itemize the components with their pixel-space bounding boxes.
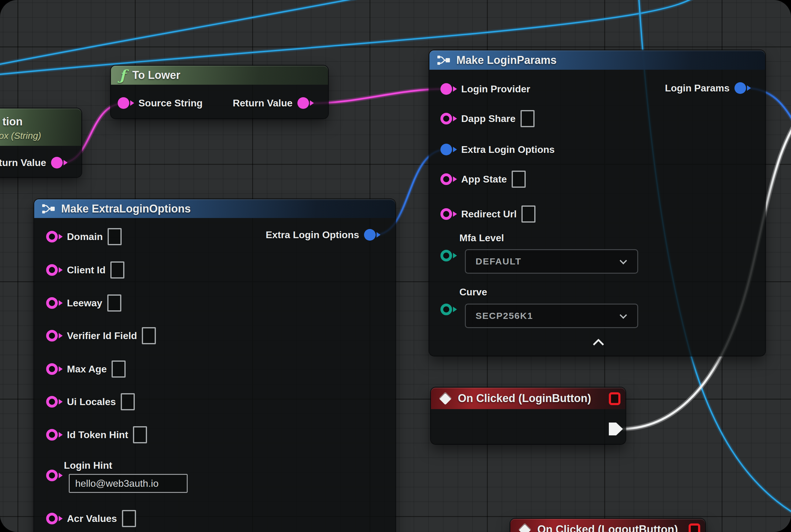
client-id-input-pin[interactable] xyxy=(46,264,62,276)
mfa-level-label: Mfa Level xyxy=(459,232,504,244)
login-hint-input[interactable] xyxy=(69,474,188,493)
node-partial-function[interactable]: tion ox (String) Return Value xyxy=(0,109,81,177)
node-on-clicked-login-button[interactable]: On Clicked (LoginButton) xyxy=(431,388,625,444)
return-value-output-pin[interactable] xyxy=(51,157,67,169)
chevron-down-icon xyxy=(619,311,627,319)
node-to-lower-header[interactable]: ƒ To Lower xyxy=(111,66,328,85)
login-hint-label: Login Hint xyxy=(64,460,112,471)
make-struct-icon xyxy=(42,203,56,215)
leeway-default-checkbox[interactable] xyxy=(107,294,121,311)
pin-row-id-token-hint: Id Token Hint xyxy=(46,425,147,444)
collapse-node-chevron-icon[interactable] xyxy=(593,339,604,350)
redirect-url-default-checkbox[interactable] xyxy=(521,206,536,223)
pin-row-ui-locales: Ui Locales xyxy=(46,393,135,411)
app-state-input-pin[interactable] xyxy=(440,173,456,185)
pin-label: Domain xyxy=(67,231,103,243)
pin-row-dapp-share: Dapp Share xyxy=(440,110,535,128)
pin-row-domain: Domain xyxy=(46,227,122,246)
curve-dropdown[interactable]: SECP256K1 xyxy=(465,304,638,328)
pin-row-return-value: Return Value xyxy=(233,94,313,112)
extra-login-options-output-pin[interactable] xyxy=(364,229,380,241)
verifier-id-field-default-checkbox[interactable] xyxy=(142,327,156,344)
verifier-id-field-input-pin[interactable] xyxy=(46,330,62,342)
node-to-lower-title: To Lower xyxy=(132,69,180,82)
pin-row-extra-login-options-out: Extra Login Options xyxy=(266,226,380,244)
pin-label: Client Id xyxy=(67,264,105,276)
mfa-level-value: DEFAULT xyxy=(466,256,620,267)
pin-label: Dapp Share xyxy=(461,113,516,125)
login-hint-input-pin[interactable] xyxy=(46,470,62,481)
pin-label: App State xyxy=(461,174,507,185)
redirect-url-input-pin[interactable] xyxy=(440,208,456,220)
node-partial-function-header[interactable]: tion ox (String) xyxy=(0,109,81,146)
widget-event-red-box-icon[interactable] xyxy=(689,524,700,532)
pin-label: Id Token Hint xyxy=(67,429,128,441)
exec-output-pin[interactable] xyxy=(609,422,623,435)
pin-row-login-params-out: Login Params xyxy=(665,79,750,97)
id-token-hint-input-pin[interactable] xyxy=(46,429,62,441)
curve-label: Curve xyxy=(459,286,487,298)
max-age-input-pin[interactable] xyxy=(46,363,62,375)
app-state-default-checkbox[interactable] xyxy=(512,171,526,188)
node-make-login-params-header[interactable]: Make LoginParams xyxy=(429,51,765,70)
domain-input-pin[interactable] xyxy=(46,231,62,243)
pin-label: Acr Values xyxy=(67,513,117,524)
source-string-input-pin[interactable] xyxy=(118,97,134,109)
pin-row-return-value-partial: Return Value xyxy=(0,153,67,172)
login-provider-input-pin[interactable] xyxy=(440,83,456,95)
blueprint-graph-canvas[interactable]: tion ox (String) Return Value ƒ To Lower… xyxy=(0,0,791,532)
node-on-clicked-logout-header[interactable]: On Clicked (LogoutButton) xyxy=(510,519,705,532)
pin-label: Leeway xyxy=(67,298,102,309)
node-on-clicked-logout-button[interactable]: On Clicked (LogoutButton) xyxy=(510,519,705,532)
ui-locales-default-checkbox[interactable] xyxy=(121,393,135,410)
mfa-level-dropdown[interactable]: DEFAULT xyxy=(465,249,638,274)
pin-row-acr-values: Acr Values xyxy=(46,509,136,528)
node-make-extra-login-options[interactable]: Make ExtraLoginOptions Domain Client Id … xyxy=(34,200,395,532)
node-on-clicked-login-header[interactable]: On Clicked (LoginButton) xyxy=(431,388,625,409)
ui-locales-input-pin[interactable] xyxy=(46,396,62,407)
function-icon: ƒ xyxy=(119,68,126,82)
node-make-extra-login-options-header[interactable]: Make ExtraLoginOptions xyxy=(34,200,395,218)
acr-values-input-pin[interactable] xyxy=(46,513,62,524)
pin-label: Login Provider xyxy=(461,83,530,95)
curve-input-pin[interactable] xyxy=(440,304,456,315)
pin-label: Extra Login Options xyxy=(461,144,555,155)
node-to-lower[interactable]: ƒ To Lower Source String Return Value xyxy=(111,66,328,118)
login-params-output-pin[interactable] xyxy=(734,82,750,94)
pin-label: Source String xyxy=(138,97,202,109)
pin-label: Verifier Id Field xyxy=(67,330,137,342)
make-struct-icon xyxy=(437,54,451,66)
node-on-clicked-logout-title: On Clicked (LogoutButton) xyxy=(537,523,678,532)
pin-row-redirect-url: Redirect Url xyxy=(440,205,536,223)
pin-label: Ui Locales xyxy=(67,396,116,407)
pin-row-max-age: Max Age xyxy=(46,360,126,378)
event-diamond-icon xyxy=(439,392,452,405)
dapp-share-input-pin[interactable] xyxy=(440,113,456,125)
client-id-default-checkbox[interactable] xyxy=(110,261,124,279)
pin-row-source-string: Source String xyxy=(118,94,202,112)
node-make-login-params[interactable]: Make LoginParams Login Provider Dapp Sha… xyxy=(429,51,765,356)
chevron-down-icon xyxy=(619,257,627,264)
pin-label: Max Age xyxy=(67,363,107,375)
leeway-input-pin[interactable] xyxy=(46,297,62,309)
id-token-hint-default-checkbox[interactable] xyxy=(133,426,147,443)
mfa-level-input-pin[interactable] xyxy=(440,250,456,261)
pin-row-leeway: Leeway xyxy=(46,294,121,312)
pin-row-extra-login-options-in: Extra Login Options xyxy=(440,140,555,159)
pin-row-verifier-id-field: Verifier Id Field xyxy=(46,326,156,345)
return-value-output-pin[interactable] xyxy=(297,97,313,109)
node-on-clicked-login-title: On Clicked (LoginButton) xyxy=(458,392,591,405)
pin-label: Redirect Url xyxy=(461,209,517,220)
curve-value: SECP256K1 xyxy=(466,311,620,321)
domain-default-checkbox[interactable] xyxy=(108,228,122,245)
max-age-default-checkbox[interactable] xyxy=(112,360,126,378)
extra-login-options-input-pin[interactable] xyxy=(440,144,456,155)
pin-label: Return Value xyxy=(0,157,46,169)
pin-row-login-provider: Login Provider xyxy=(440,80,530,98)
pin-label: Return Value xyxy=(233,97,292,109)
event-diamond-icon xyxy=(518,523,531,532)
widget-event-red-box-icon[interactable] xyxy=(609,392,620,405)
node-partial-function-title: tion xyxy=(2,115,23,128)
acr-values-default-checkbox[interactable] xyxy=(122,510,136,527)
dapp-share-default-checkbox[interactable] xyxy=(521,110,535,127)
